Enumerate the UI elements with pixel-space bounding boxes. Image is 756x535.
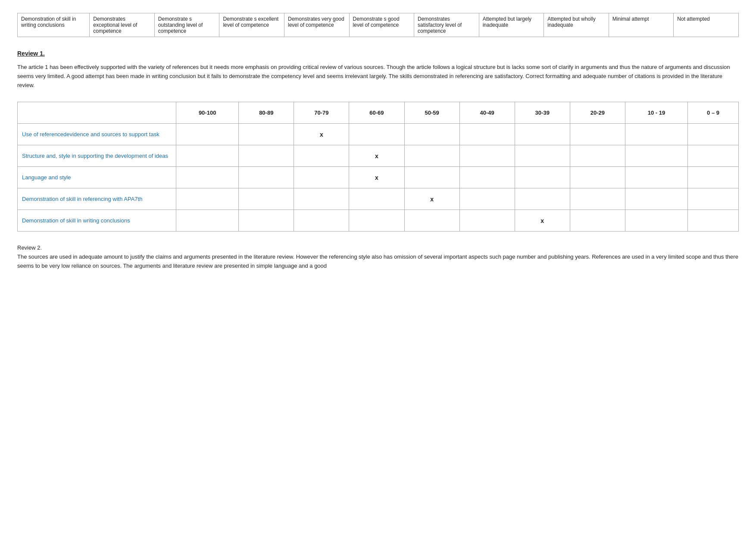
- mark-x-icon: x: [375, 174, 378, 181]
- review1-paragraph: The article 1 has been effectively suppo…: [17, 63, 739, 90]
- mark-cell-1-8: [625, 145, 687, 167]
- rubric-col-4: Demonstrates very good level of competen…: [284, 13, 349, 37]
- mark-cell-2-0: [176, 167, 239, 188]
- table-row: Use of referencedevidence and sources to…: [18, 124, 739, 145]
- mark-cell-4-2: [294, 210, 349, 232]
- mark-cell-2-6: [515, 167, 570, 188]
- mark-cell-2-7: [570, 167, 625, 188]
- mark-cell-1-1: [239, 145, 294, 167]
- mark-cell-2-5: [459, 167, 515, 188]
- mark-cell-3-0: [176, 188, 239, 210]
- rubric-col-9: Minimal attempt: [609, 13, 674, 37]
- rubric-col-1: Demonstrates exceptional level of compet…: [90, 13, 155, 37]
- mark-cell-1-4: [404, 145, 459, 167]
- mark-cell-4-1: [239, 210, 294, 232]
- grade-table: 90-100 80-89 70-79 60-69 50-59 40-49 30-…: [17, 102, 739, 232]
- mark-cell-0-9: [688, 124, 739, 145]
- review2-paragraph: The sources are used in adequate amount …: [17, 253, 739, 271]
- mark-cell-4-5: [459, 210, 515, 232]
- rubric-col-2: Demonstrate s outstanding level of compe…: [154, 13, 219, 37]
- rubric-col-3: Demonstrate s excellent level of compete…: [219, 13, 284, 37]
- mark-cell-3-5: [459, 188, 515, 210]
- mark-cell-4-3: [349, 210, 404, 232]
- mark-cell-4-0: [176, 210, 239, 232]
- mark-cell-4-9: [688, 210, 739, 232]
- mark-cell-3-1: [239, 188, 294, 210]
- grade-col-header-5: 50-59: [404, 102, 459, 124]
- criteria-cell-1: Structure and, style in supporting the d…: [18, 145, 176, 167]
- mark-cell-3-8: [625, 188, 687, 210]
- mark-cell-0-1: [239, 124, 294, 145]
- table-row: Language and stylex: [18, 167, 739, 188]
- rubric-top-table: Demonstration of skill in writing conclu…: [17, 13, 739, 37]
- mark-cell-3-4: x: [404, 188, 459, 210]
- mark-cell-4-7: [570, 210, 625, 232]
- review1-heading: Review 1.: [17, 50, 739, 57]
- mark-cell-2-2: [294, 167, 349, 188]
- review2-heading: Review 2.: [17, 244, 739, 251]
- mark-cell-0-2: x: [294, 124, 349, 145]
- mark-cell-0-4: [404, 124, 459, 145]
- grade-col-header-3: 70-79: [294, 102, 349, 124]
- table-row: Structure and, style in supporting the d…: [18, 145, 739, 167]
- rubric-col-10: Not attempted: [674, 13, 739, 37]
- grade-col-header-0: [18, 102, 176, 124]
- grade-col-header-2: 80-89: [239, 102, 294, 124]
- grade-col-header-9: 10 - 19: [625, 102, 687, 124]
- rubric-col-6: Demonstrates satisfactory level of compe…: [414, 13, 479, 37]
- mark-cell-2-1: [239, 167, 294, 188]
- criteria-cell-4: Demonstration of skill in writing conclu…: [18, 210, 176, 232]
- mark-x-icon: x: [375, 153, 378, 160]
- mark-cell-3-6: [515, 188, 570, 210]
- mark-cell-3-2: [294, 188, 349, 210]
- mark-x-icon: x: [540, 217, 544, 224]
- mark-cell-1-3: x: [349, 145, 404, 167]
- mark-cell-1-5: [459, 145, 515, 167]
- rubric-col-0: Demonstration of skill in writing conclu…: [18, 13, 90, 37]
- mark-cell-0-8: [625, 124, 687, 145]
- mark-cell-0-6: [515, 124, 570, 145]
- grade-col-header-4: 60-69: [349, 102, 404, 124]
- mark-cell-2-3: x: [349, 167, 404, 188]
- mark-cell-3-3: [349, 188, 404, 210]
- grade-col-header-1: 90-100: [176, 102, 239, 124]
- mark-cell-1-7: [570, 145, 625, 167]
- mark-cell-3-7: [570, 188, 625, 210]
- mark-cell-1-9: [688, 145, 739, 167]
- grade-col-header-10: 0 – 9: [688, 102, 739, 124]
- mark-cell-0-5: [459, 124, 515, 145]
- mark-cell-1-2: [294, 145, 349, 167]
- mark-cell-2-9: [688, 167, 739, 188]
- mark-cell-2-4: [404, 167, 459, 188]
- mark-cell-1-6: [515, 145, 570, 167]
- rubric-col-8: Attempted but wholly inadequate: [544, 13, 609, 37]
- mark-x-icon: x: [430, 196, 434, 203]
- mark-cell-4-8: [625, 210, 687, 232]
- rubric-col-7: Attempted but largely inadequate: [479, 13, 544, 37]
- mark-cell-1-0: [176, 145, 239, 167]
- table-row: Demonstration of skill in referencing wi…: [18, 188, 739, 210]
- criteria-cell-0: Use of referencedevidence and sources to…: [18, 124, 176, 145]
- mark-cell-4-6: x: [515, 210, 570, 232]
- criteria-cell-2: Language and style: [18, 167, 176, 188]
- mark-cell-0-0: [176, 124, 239, 145]
- grade-col-header-7: 30-39: [515, 102, 570, 124]
- rubric-col-5: Demonstrate s good level of competence: [349, 13, 414, 37]
- mark-cell-0-7: [570, 124, 625, 145]
- grade-col-header-6: 40-49: [459, 102, 515, 124]
- table-row: Demonstration of skill in writing conclu…: [18, 210, 739, 232]
- mark-cell-0-3: [349, 124, 404, 145]
- criteria-cell-3: Demonstration of skill in referencing wi…: [18, 188, 176, 210]
- mark-cell-2-8: [625, 167, 687, 188]
- grade-col-header-8: 20-29: [570, 102, 625, 124]
- mark-cell-3-9: [688, 188, 739, 210]
- mark-cell-4-4: [404, 210, 459, 232]
- mark-x-icon: x: [320, 131, 323, 138]
